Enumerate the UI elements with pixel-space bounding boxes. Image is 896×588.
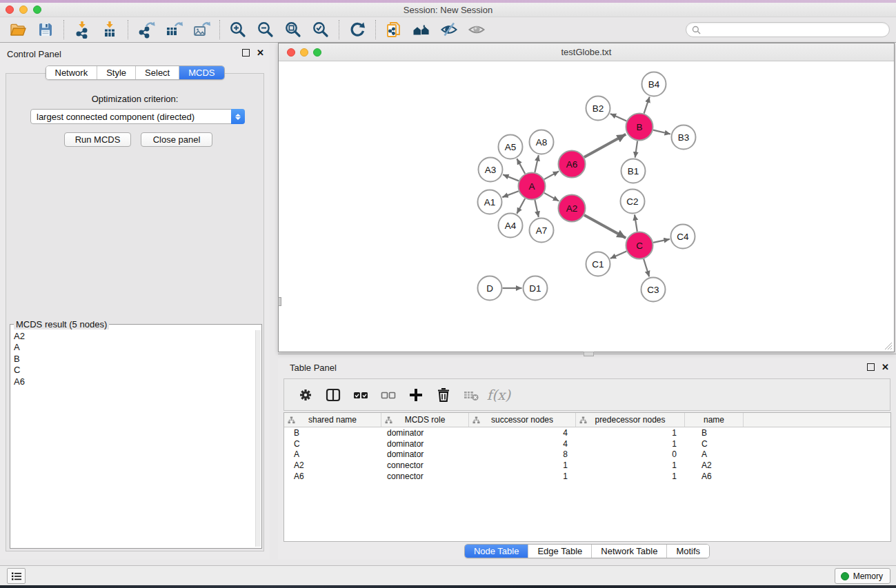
graph-node-B2[interactable]: B2 xyxy=(586,97,610,121)
tab-node-table[interactable]: Node Table xyxy=(465,545,528,558)
splitter-handle[interactable] xyxy=(584,352,594,356)
function-builder-button[interactable]: f(x) xyxy=(487,383,510,407)
column-header-successor-nodes[interactable]: successor nodes xyxy=(469,413,576,427)
import-network-button[interactable] xyxy=(71,19,93,40)
close-panel-icon[interactable]: ✕ xyxy=(257,49,264,57)
graph-node-B4[interactable]: B4 xyxy=(642,72,666,97)
close-panel-button[interactable]: Close panel xyxy=(141,132,212,147)
edge-C-C3[interactable] xyxy=(644,259,649,277)
tab-motifs[interactable]: Motifs xyxy=(666,545,709,558)
table-cell[interactable]: B xyxy=(284,428,381,438)
table-row[interactable]: Adominator80A xyxy=(284,449,890,460)
column-header-name[interactable]: name xyxy=(685,413,744,427)
tab-network-table[interactable]: Network Table xyxy=(591,545,666,558)
table-cell[interactable]: A6 xyxy=(685,472,744,481)
zoom-selected-button[interactable] xyxy=(310,19,332,40)
result-item[interactable]: A2 xyxy=(14,331,255,342)
table-cell[interactable]: B xyxy=(685,428,744,438)
table-cell[interactable]: A2 xyxy=(685,460,744,470)
show-panels-list-button[interactable] xyxy=(7,568,26,584)
table-cell[interactable]: 1 xyxy=(576,428,685,438)
table-settings-button[interactable] xyxy=(294,383,317,407)
export-network-button[interactable] xyxy=(135,19,157,40)
search-input[interactable] xyxy=(704,25,884,34)
run-mcds-button[interactable]: Run MCDS xyxy=(64,132,131,147)
graph-node-C[interactable]: C xyxy=(626,232,653,259)
table-cell[interactable]: A xyxy=(284,449,381,459)
table-cell[interactable]: 8 xyxy=(469,449,576,459)
graph-node-A7[interactable]: A7 xyxy=(530,219,554,243)
table-cell[interactable]: 0 xyxy=(576,449,685,459)
clone-network-button[interactable] xyxy=(383,19,405,40)
horizontal-splitter[interactable] xyxy=(278,354,896,354)
graph-node-D1[interactable]: D1 xyxy=(524,276,548,301)
edge-A-A1[interactable] xyxy=(502,191,519,197)
search-field[interactable] xyxy=(686,22,890,37)
table-cell[interactable]: dominator xyxy=(381,449,469,459)
table-cell[interactable]: 1 xyxy=(576,460,685,470)
table-cell[interactable]: A6 xyxy=(284,472,381,481)
close-table-panel-icon[interactable]: ✕ xyxy=(882,363,889,371)
result-list-scrollbar[interactable] xyxy=(255,330,261,547)
delete-column-button[interactable] xyxy=(432,383,455,407)
graph-node-B1[interactable]: B1 xyxy=(621,159,646,183)
window-side-handle[interactable] xyxy=(278,297,281,306)
table-cell[interactable]: 1 xyxy=(469,460,576,470)
table-cell[interactable]: 1 xyxy=(469,472,576,481)
column-header-predecessor-nodes[interactable]: predecessor nodes xyxy=(576,413,685,427)
graph-node-A6[interactable]: A6 xyxy=(559,151,586,178)
edge-C-C4[interactable] xyxy=(653,239,670,243)
graph-node-B3[interactable]: B3 xyxy=(672,125,696,150)
edge-A-A4[interactable] xyxy=(517,199,525,214)
table-cell[interactable]: dominator xyxy=(381,439,469,449)
graph-node-A5[interactable]: A5 xyxy=(499,135,523,159)
table-cell[interactable]: 1 xyxy=(576,439,685,449)
split-panel-button[interactable] xyxy=(321,383,345,407)
table-cell[interactable]: 4 xyxy=(469,428,576,438)
tab-select[interactable]: Select xyxy=(135,66,179,79)
network-canvas-svg[interactable]: B4B2BB3A5A8A6A3B1AA1C2A2A4A7C4CC1C3DD1 xyxy=(279,61,894,352)
graph-node-A[interactable]: A xyxy=(519,173,546,200)
table-cell[interactable]: A2 xyxy=(284,460,381,470)
table-cell[interactable]: C xyxy=(685,439,744,449)
save-session-button[interactable] xyxy=(34,19,57,40)
edge-A2-C[interactable] xyxy=(584,215,626,238)
tab-mcds[interactable]: MCDS xyxy=(179,66,223,79)
graph-node-C1[interactable]: C1 xyxy=(586,252,610,276)
column-header-shared-name[interactable]: shared name xyxy=(284,413,381,427)
edge-B-B1[interactable] xyxy=(635,141,637,157)
edge-A-A2[interactable] xyxy=(544,193,559,201)
edge-B-B4[interactable] xyxy=(644,97,650,113)
graph-node-C4[interactable]: C4 xyxy=(671,225,695,249)
edge-B-B2[interactable] xyxy=(610,114,627,121)
result-item[interactable]: A xyxy=(14,342,255,353)
table-row[interactable]: Bdominator41B xyxy=(284,427,890,438)
deselect-all-button[interactable] xyxy=(377,383,400,407)
zoom-fit-button[interactable] xyxy=(282,19,304,40)
tab-network[interactable]: Network xyxy=(46,66,97,79)
graph-node-B[interactable]: B xyxy=(626,114,653,141)
table-row[interactable]: Cdominator41C xyxy=(284,438,890,449)
graph-node-A4[interactable]: A4 xyxy=(499,214,523,238)
export-image-button[interactable] xyxy=(190,19,212,40)
window-resize-grip[interactable] xyxy=(883,341,893,350)
graph-node-A3[interactable]: A3 xyxy=(479,158,503,182)
zoom-out-button[interactable] xyxy=(255,19,277,40)
show-graphics-details-button[interactable] xyxy=(466,19,488,40)
result-item[interactable]: A6 xyxy=(14,376,255,387)
table-cell[interactable]: dominator xyxy=(381,428,469,438)
delete-table-button[interactable] xyxy=(459,383,483,407)
tab-edge-table[interactable]: Edge Table xyxy=(528,545,591,558)
edge-A-A5[interactable] xyxy=(517,159,525,174)
open-session-button[interactable] xyxy=(7,19,29,40)
graph-node-A8[interactable]: A8 xyxy=(530,130,554,154)
edge-A-A3[interactable] xyxy=(503,174,519,181)
float-table-panel-icon[interactable] xyxy=(867,363,875,371)
export-table-button[interactable] xyxy=(163,19,185,40)
tab-style[interactable]: Style xyxy=(97,66,135,79)
edge-C-C2[interactable] xyxy=(635,214,637,231)
table-cell[interactable]: connector xyxy=(381,472,469,481)
edge-A-A8[interactable] xyxy=(535,155,538,172)
table-row[interactable]: A6connector11A6 xyxy=(284,471,890,482)
import-table-button[interactable] xyxy=(99,19,121,40)
